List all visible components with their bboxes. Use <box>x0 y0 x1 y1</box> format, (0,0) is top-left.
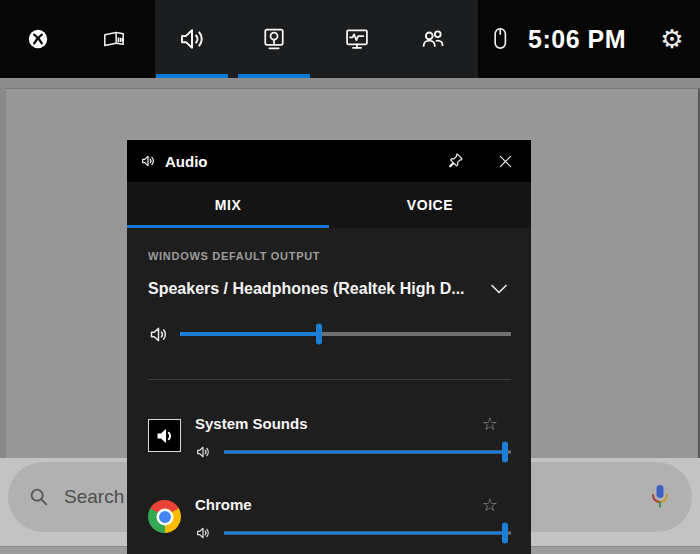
output-device-dropdown[interactable]: Speakers / Headphones (Realtek High D... <box>148 277 511 301</box>
tab-voice[interactable]: VOICE <box>329 182 531 228</box>
app-body: System Sounds ☆ <box>195 413 511 464</box>
panel-title: Audio <box>165 153 208 170</box>
social-widget-icon <box>418 24 448 54</box>
xbox-logo <box>27 28 49 50</box>
performance-widget-icon <box>343 25 371 53</box>
google-mic-icon[interactable] <box>648 482 672 512</box>
social-widget-button[interactable] <box>417 0 449 78</box>
master-volume-slider[interactable] <box>180 322 511 346</box>
search-icon <box>28 486 50 508</box>
capture-widget-active-indicator <box>238 74 310 78</box>
mouse-passthrough-button[interactable] <box>486 0 514 78</box>
master-volume-row <box>148 322 511 346</box>
audio-tabs: MIX VOICE <box>127 182 531 228</box>
mouse-icon <box>487 25 513 53</box>
widget-menu-button[interactable] <box>98 0 130 78</box>
slider-fill <box>224 451 505 454</box>
game-bar-overlay-screen: Search <box>0 0 700 554</box>
speaker-icon <box>140 153 156 169</box>
speaker-icon <box>148 324 169 345</box>
app-volume-row-system-sounds: System Sounds ☆ <box>148 413 511 464</box>
audio-widget-icon <box>177 24 207 54</box>
pin-button[interactable] <box>442 148 468 174</box>
widgets-icon <box>101 26 127 52</box>
chrome-logo <box>148 500 181 533</box>
section-divider <box>148 379 511 380</box>
performance-widget-button[interactable] <box>341 0 373 78</box>
speaker-icon <box>195 444 211 460</box>
mix-tab-content: WINDOWS DEFAULT OUTPUT Speakers / Headph… <box>127 228 531 545</box>
capture-widget-icon <box>260 25 288 53</box>
app-body: Chrome ☆ <box>195 494 511 545</box>
capture-widget-button[interactable] <box>238 0 310 78</box>
audio-widget-active-indicator <box>156 74 228 78</box>
chrome-volume-slider[interactable] <box>224 521 511 545</box>
slider-thumb[interactable] <box>502 523 508 544</box>
chevron-down-icon <box>487 277 511 301</box>
game-bar-toolbar: 5:06 PM ⚙ <box>0 0 700 78</box>
settings-gear-icon[interactable]: ⚙ <box>655 0 689 78</box>
active-tab-indicator <box>127 225 329 228</box>
star-icon[interactable]: ☆ <box>482 496 498 514</box>
close-button[interactable] <box>492 148 518 174</box>
search-placeholder: Search <box>64 486 124 508</box>
audio-widget-panel: Audio MIX VOICE WINDOWS DEFAULT OUTPUT S… <box>127 140 531 554</box>
slider-fill <box>180 332 319 336</box>
xbox-button[interactable] <box>22 0 54 78</box>
slider-fill <box>224 532 505 535</box>
slider-thumb[interactable] <box>316 324 322 345</box>
app-name: System Sounds <box>195 415 308 432</box>
output-device-name: Speakers / Headphones (Realtek High D... <box>148 280 465 298</box>
app-name: Chrome <box>195 496 252 513</box>
audio-panel-header: Audio <box>127 140 531 182</box>
speaker-icon <box>195 525 211 541</box>
background-window-top-edge <box>0 78 700 89</box>
star-icon[interactable]: ☆ <box>482 415 498 433</box>
tab-mix[interactable]: MIX <box>127 182 329 228</box>
app-volume-row-chrome: Chrome ☆ <box>148 494 511 545</box>
audio-widget-button[interactable] <box>156 0 228 78</box>
system-sounds-volume-slider[interactable] <box>224 440 511 464</box>
system-sounds-icon <box>148 419 181 452</box>
clock: 5:06 PM <box>528 0 648 78</box>
output-section-label: WINDOWS DEFAULT OUTPUT <box>148 250 511 262</box>
slider-thumb[interactable] <box>502 442 508 463</box>
